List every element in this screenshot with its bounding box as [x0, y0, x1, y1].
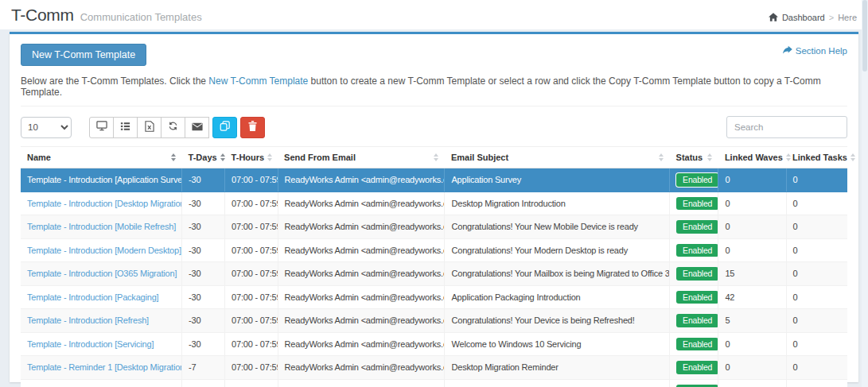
- cell-name: Template - Introduction [Application Sur…: [21, 168, 182, 192]
- cell-send-from: ReadyWorks Admin <admin@readyworks.com>: [278, 379, 445, 387]
- templates-table: Name T-Days T-Hours Send From Email Emai…: [21, 146, 847, 387]
- cell-t-days: -7: [182, 356, 225, 380]
- cell-t-hours: 07:00 - 07:59: [225, 168, 278, 192]
- cell-name: Template - Introduction [Modern Desktop]: [21, 238, 182, 262]
- breadcrumb: Dashboard > Here: [769, 13, 857, 22]
- cell-linked-tasks: 0: [786, 238, 847, 262]
- cell-linked-tasks: 0: [786, 215, 847, 239]
- cell-linked-tasks: 0: [786, 356, 847, 380]
- table-row[interactable]: Template - Introduction [Desktop Migrati…: [21, 192, 847, 215]
- cell-linked-tasks: 42: [786, 379, 847, 387]
- breadcrumb-dashboard[interactable]: Dashboard: [782, 13, 825, 22]
- cell-name: Template - Introduction [Refresh]: [21, 309, 182, 333]
- vertical-scrollbar[interactable]: [862, 0, 868, 387]
- table-row[interactable]: Template - Introduction [Application Sur…: [21, 168, 847, 192]
- template-link[interactable]: Template - Introduction [O365 Migration]: [27, 269, 177, 278]
- status-badge: Enabled: [676, 220, 718, 234]
- page-length-select[interactable]: 10: [21, 117, 72, 138]
- column-header-name[interactable]: Name: [21, 147, 182, 168]
- table-row[interactable]: Template - Testing Request [Packaging] -…: [21, 379, 847, 387]
- cell-t-hours: 07:00 - 07:59: [225, 215, 278, 239]
- column-header-email-subject[interactable]: Email Subject: [445, 147, 670, 168]
- cell-status: Enabled: [670, 168, 718, 192]
- cell-t-days: -30: [182, 262, 225, 286]
- sort-icon: [707, 153, 712, 161]
- sort-icon: [267, 153, 272, 161]
- section-help-link[interactable]: Section Help: [782, 45, 847, 56]
- column-visibility-button[interactable]: [113, 117, 138, 138]
- column-header-linked-tasks[interactable]: Linked Tasks: [786, 147, 847, 168]
- cell-linked-waves: 1: [718, 379, 786, 387]
- cell-linked-waves: 0: [718, 238, 786, 262]
- cell-linked-waves: 42: [718, 285, 786, 309]
- cell-status: Enabled: [670, 332, 718, 356]
- email-button[interactable]: [185, 117, 209, 138]
- cell-subject: Desktop Migration Reminder: [445, 356, 670, 380]
- table-row[interactable]: Template - Introduction [Refresh] -30 07…: [21, 309, 847, 333]
- cell-status: Enabled: [670, 192, 718, 215]
- display-toggle-button[interactable]: [89, 117, 114, 138]
- cell-status: Enabled: [670, 356, 718, 380]
- cell-name: Template - Introduction [O365 Migration]: [21, 262, 182, 286]
- cell-subject: Request: Application Package Testing: [445, 379, 670, 387]
- status-badge: Enabled: [676, 361, 718, 374]
- divider: [21, 106, 847, 106]
- column-header-send-from-email[interactable]: Send From Email: [278, 147, 445, 168]
- template-link[interactable]: Template - Introduction [Refresh]: [27, 315, 149, 325]
- table-row[interactable]: Template - Introduction [O365 Migration]…: [21, 262, 847, 286]
- cell-status: Enabled: [670, 215, 718, 239]
- cell-linked-tasks: 0: [786, 285, 847, 309]
- cell-subject: Congratulations! Your Modern Desktop is …: [445, 238, 670, 262]
- cell-status: Enabled: [670, 262, 718, 286]
- cell-linked-tasks: 0: [786, 168, 847, 192]
- scrollbar-thumb[interactable]: [862, 0, 867, 72]
- cell-name: Template - Introduction [Packaging]: [21, 285, 182, 309]
- cell-subject: Congratulations! Your Mailbox is being M…: [445, 262, 670, 286]
- column-header-linked-waves[interactable]: Linked Waves: [718, 147, 786, 168]
- cell-t-days: -30: [182, 285, 225, 309]
- column-header-t-days[interactable]: T-Days: [182, 147, 225, 168]
- cell-name: Template - Introduction [Desktop Migrati…: [21, 192, 182, 215]
- template-link[interactable]: Template - Introduction [Mobile Refresh]: [27, 222, 176, 231]
- share-arrow-icon: [782, 45, 792, 56]
- column-header-status[interactable]: Status: [670, 147, 718, 168]
- template-link[interactable]: Template - Introduction [Packaging]: [27, 292, 158, 302]
- template-link[interactable]: Template - Reminder 1 [Desktop Migration…: [27, 362, 182, 372]
- copy-template-button[interactable]: [212, 117, 237, 138]
- cell-subject: Welcome to Windows 10 Servicing: [445, 332, 670, 356]
- cell-send-from: ReadyWorks Admin <admin@readyworks.com>: [278, 356, 445, 380]
- cell-t-hours: 07:00 - 07:59: [225, 238, 278, 262]
- template-link[interactable]: Template - Introduction [Servicing]: [27, 339, 154, 349]
- table-row[interactable]: Template - Introduction [Mobile Refresh]…: [21, 215, 847, 239]
- cell-linked-waves: 0: [718, 332, 786, 356]
- table-header-row: Name T-Days T-Hours Send From Email Emai…: [21, 147, 847, 168]
- export-excel-button[interactable]: [137, 117, 162, 138]
- table-row[interactable]: Template - Reminder 1 [Desktop Migration…: [21, 356, 847, 380]
- breadcrumb-separator: >: [829, 13, 834, 22]
- table-row[interactable]: Template - Introduction [Servicing] -30 …: [21, 332, 847, 356]
- monitor-icon: [96, 121, 107, 134]
- cell-t-days: -30: [182, 332, 225, 356]
- table-row[interactable]: Template - Introduction [Packaging] -30 …: [21, 285, 847, 309]
- template-link[interactable]: Template - Introduction [Application Sur…: [27, 175, 182, 184]
- cell-linked-waves: 0: [718, 356, 786, 380]
- refresh-button[interactable]: [161, 117, 185, 138]
- page-subtitle: Communication Templates: [80, 11, 202, 23]
- cell-t-hours: 07:00 - 07:59: [225, 192, 278, 215]
- cell-send-from: ReadyWorks Admin <admin@readyworks.com>: [278, 332, 445, 356]
- template-link[interactable]: Template - Introduction [Desktop Migrati…: [27, 199, 182, 208]
- new-template-button[interactable]: New T-Comm Template: [21, 44, 146, 66]
- column-header-t-hours[interactable]: T-Hours: [225, 147, 278, 168]
- cell-linked-waves: 0: [718, 192, 786, 215]
- sort-icon: [220, 153, 225, 161]
- delete-template-button[interactable]: [240, 117, 265, 138]
- new-template-inline-link[interactable]: New T-Comm Template: [208, 75, 308, 87]
- cell-t-days: -30: [182, 215, 225, 239]
- cell-status: Enabled: [670, 379, 718, 387]
- table-row[interactable]: Template - Introduction [Modern Desktop]…: [21, 238, 847, 262]
- template-link[interactable]: Template - Introduction [Modern Desktop]: [27, 246, 181, 255]
- sort-icon: [850, 153, 855, 161]
- search-input[interactable]: [726, 116, 847, 138]
- status-badge: Enabled: [676, 314, 718, 327]
- cell-name: Template - Testing Request [Packaging]: [21, 379, 182, 387]
